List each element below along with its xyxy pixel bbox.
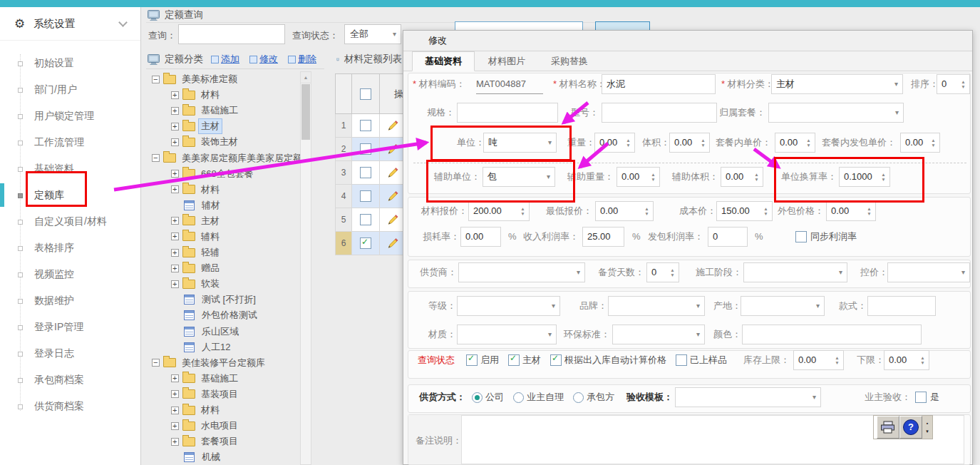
- up-down-arrows-icon[interactable]: [928, 134, 939, 151]
- tree-node[interactable]: 赠品: [146, 260, 300, 276]
- supply-mode-radio[interactable]: [472, 392, 483, 403]
- row-checkbox[interactable]: [360, 167, 371, 178]
- status-checkbox[interactable]: [466, 354, 478, 366]
- tree-node[interactable]: 美美家居定额库美美家居定额: [146, 150, 300, 165]
- up-down-arrows-icon[interactable]: [667, 264, 678, 281]
- sidebar-item[interactable]: 承包商档案: [0, 367, 140, 393]
- aux-weight-spinner[interactable]: 0.00: [617, 167, 660, 187]
- sidebar-item[interactable]: 登录IP管理: [0, 314, 140, 340]
- tree-expander-icon[interactable]: [171, 422, 179, 430]
- tree-node[interactable]: 人工12: [146, 339, 300, 355]
- stage-select[interactable]: [743, 262, 847, 282]
- aux-unit-select[interactable]: 包: [483, 167, 555, 187]
- volume-spinner[interactable]: 0.00: [669, 133, 710, 153]
- pkg-fb-price-spinner[interactable]: 0.00: [900, 133, 940, 153]
- tree-node[interactable]: 主材: [146, 118, 300, 134]
- status-checkbox[interactable]: [676, 354, 687, 366]
- supply-mode-radio[interactable]: [513, 392, 524, 403]
- up-down-arrows-icon[interactable]: [517, 203, 528, 220]
- row-checkbox[interactable]: [360, 143, 371, 155]
- income-profit-input[interactable]: 25.00: [582, 227, 624, 247]
- tree-expander-icon[interactable]: [171, 407, 179, 414]
- tree-expander-icon[interactable]: [171, 185, 179, 193]
- tree-node[interactable]: 辅料: [146, 229, 300, 245]
- query-status-select[interactable]: 全部: [344, 24, 401, 44]
- tree-expander-icon[interactable]: [171, 217, 179, 225]
- scrollbar-thumb[interactable]: [301, 84, 310, 140]
- sync-profit-checkbox[interactable]: [795, 231, 807, 242]
- price-ctrl-select[interactable]: [887, 262, 970, 282]
- brand-select[interactable]: [608, 296, 705, 316]
- sidebar-item[interactable]: 初始设置: [0, 50, 140, 76]
- tree-node[interactable]: 软装: [146, 276, 300, 292]
- min-quote-spinner[interactable]: 0.00: [595, 201, 654, 221]
- grade-select[interactable]: [457, 296, 560, 316]
- tree-expander-icon[interactable]: [171, 91, 179, 99]
- category-select[interactable]: 主材: [771, 74, 903, 94]
- category-action-link[interactable]: 删除: [288, 53, 316, 66]
- row-checkbox[interactable]: [360, 214, 371, 225]
- tree-node[interactable]: 套餐项目: [146, 434, 300, 449]
- pkg-price-spinner[interactable]: 0.00: [775, 133, 815, 153]
- edit-pencil-icon[interactable]: [386, 143, 398, 155]
- owner-accept-checkbox[interactable]: [915, 392, 927, 403]
- row-checkbox[interactable]: [360, 237, 371, 249]
- up-down-arrows-icon[interactable]: [878, 168, 889, 185]
- row-checkbox[interactable]: [360, 120, 371, 131]
- edit-pencil-icon[interactable]: [386, 120, 398, 132]
- tree-node[interactable]: 材料: [146, 182, 300, 198]
- help-button[interactable]: [899, 416, 922, 439]
- sidebar-header[interactable]: 系统设置: [0, 7, 140, 41]
- tree-expander-icon[interactable]: [152, 154, 160, 162]
- up-down-arrows-icon[interactable]: [832, 352, 842, 369]
- sidebar-item[interactable]: 供货商档案: [0, 393, 140, 419]
- tree-expander-icon[interactable]: [171, 438, 179, 446]
- model-input[interactable]: [602, 103, 717, 123]
- tree-node[interactable]: 测试 [不打折]: [146, 292, 300, 307]
- tree-expander-icon[interactable]: [171, 170, 179, 178]
- tree-expander-icon[interactable]: [171, 232, 179, 240]
- sidebar-item[interactable]: 自定义项目/材料: [0, 208, 140, 235]
- up-down-arrows-icon[interactable]: [958, 76, 969, 93]
- status-checkbox[interactable]: [550, 354, 562, 366]
- stock-lower-spinner[interactable]: 0.00: [884, 350, 929, 370]
- spec-input[interactable]: [457, 103, 558, 123]
- tab[interactable]: 基础资料: [412, 51, 475, 71]
- tree-node[interactable]: 轻辅: [146, 245, 300, 260]
- weight-spinner[interactable]: 0.00: [594, 133, 635, 153]
- row-checkbox[interactable]: [360, 190, 371, 202]
- stock-upper-spinner[interactable]: 0.00: [793, 350, 844, 370]
- search-input[interactable]: [178, 24, 285, 44]
- sidebar-item[interactable]: 基础资料: [0, 155, 140, 182]
- env-std-select[interactable]: [612, 325, 705, 344]
- color-input[interactable]: [742, 325, 922, 344]
- up-down-arrows-icon[interactable]: [623, 134, 634, 151]
- edit-pencil-icon[interactable]: [386, 214, 398, 226]
- tree-node[interactable]: 基装项目: [146, 387, 300, 402]
- sidebar-item[interactable]: 表格排序: [0, 235, 140, 261]
- tree-scrollbar[interactable]: [300, 71, 311, 465]
- fb-profit-input[interactable]: 0: [708, 227, 748, 247]
- tab[interactable]: 材料图片: [476, 52, 537, 71]
- tree-node[interactable]: 材料: [146, 87, 300, 103]
- tree-node[interactable]: 基础施工: [146, 371, 300, 387]
- style-input[interactable]: [867, 296, 936, 316]
- tree-node[interactable]: 外包价格测试: [146, 307, 300, 323]
- tree-expander-icon[interactable]: [152, 359, 160, 367]
- tree-expander-icon[interactable]: [171, 390, 179, 398]
- tree-expander-icon[interactable]: [171, 280, 179, 288]
- category-action-link[interactable]: 添加: [211, 53, 239, 66]
- toolbar-collapse-icon[interactable]: [922, 416, 932, 439]
- tree-node[interactable]: 主材: [146, 213, 300, 229]
- up-down-arrows-icon[interactable]: [917, 352, 928, 369]
- supplier-select[interactable]: [458, 262, 585, 282]
- tree-node[interactable]: 辅材: [146, 198, 300, 213]
- scroll-up-icon[interactable]: [301, 72, 311, 83]
- tree-expander-icon[interactable]: [171, 374, 179, 382]
- print-button[interactable]: [877, 416, 899, 439]
- tree-node[interactable]: 美佳装修平台定额库: [146, 355, 300, 371]
- up-down-arrows-icon[interactable]: [751, 168, 762, 185]
- stock-days-spinner[interactable]: 0: [646, 262, 679, 282]
- tree-node[interactable]: 装饰主材: [146, 134, 300, 150]
- tree-node[interactable]: 668全包套餐: [146, 166, 300, 182]
